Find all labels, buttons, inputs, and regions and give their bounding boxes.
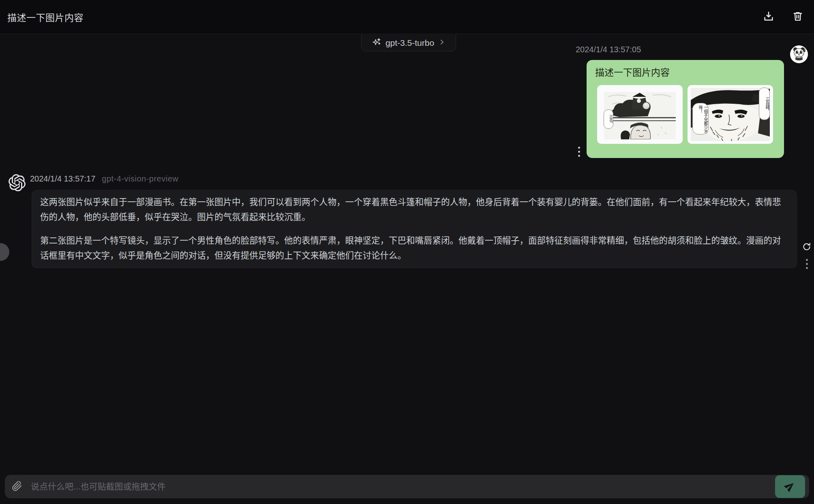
user-avatar[interactable] [790,45,808,63]
speech-bubble: 一個子兒都少不得！ [692,103,709,135]
topbar: 描述一下图片内容 [0,0,814,34]
attachment-image-1[interactable]: 三百， [597,85,683,144]
assistant-paragraph: 第二张图片是一个特写镜头，显示了一个男性角色的脸部特写。他的表情严肃，眼神坚定，… [40,233,788,263]
user-message-more-button[interactable] [576,145,582,158]
delete-chat-button[interactable] [791,11,804,23]
sparkles-icon [372,37,381,49]
panda-avatar-icon [791,45,807,63]
assistant-message-actions [801,242,812,271]
attach-file-button[interactable] [11,480,24,493]
speech-bubble: 三百， [604,109,613,129]
paper-plane-icon [784,481,796,493]
user-message-bubble: 描述一下图片内容 [587,60,784,158]
openai-logo-icon [9,186,26,192]
manga-panel-art [604,92,676,139]
page-title: 描述一下图片内容 [7,10,84,24]
attachment-image-2[interactable]: 一個子兒都少不得！ 三百錢， [688,85,773,144]
model-selector-chip[interactable]: gpt-3.5-turbo [361,34,456,51]
chevron-right-icon [438,38,446,47]
topbar-actions [762,11,807,23]
assistant-message-more-button[interactable] [804,257,810,271]
trash-icon [792,10,803,23]
assistant-avatar [9,174,26,191]
user-attachments: 三百， [597,85,773,144]
download-button[interactable] [762,11,775,23]
message-input[interactable] [30,481,771,492]
chat-app: 描述一下图片内容 [0,0,814,504]
speech-bubble: 三百錢， [759,88,770,120]
download-icon [763,10,775,23]
sidebar-drag-handle[interactable] [0,243,9,261]
assistant-message-bubble: 这两张图片似乎来自于一部漫画书。在第一张图片中，我们可以看到两个人物，一个穿着黑… [32,190,797,268]
paperclip-icon [12,481,22,493]
retry-button[interactable] [801,242,812,252]
assistant-message-header: 2024/1/4 13:57:17 gpt-4-vision-preview [30,174,178,184]
assistant-paragraph: 这两张图片似乎来自于一部漫画书。在第一张图片中，我们可以看到两个人物，一个穿着黑… [40,195,788,225]
refresh-icon [802,242,812,253]
composer-bar [5,475,809,498]
assistant-message-timestamp: 2024/1/4 13:57:17 [30,174,95,184]
user-message-text: 描述一下图片内容 [595,65,670,79]
model-chip-label: gpt-3.5-turbo [386,38,434,48]
assistant-model-name: gpt-4-vision-preview [102,174,178,184]
send-button[interactable] [775,475,805,498]
user-message-timestamp: 2024/1/4 13:57:05 [576,45,641,54]
